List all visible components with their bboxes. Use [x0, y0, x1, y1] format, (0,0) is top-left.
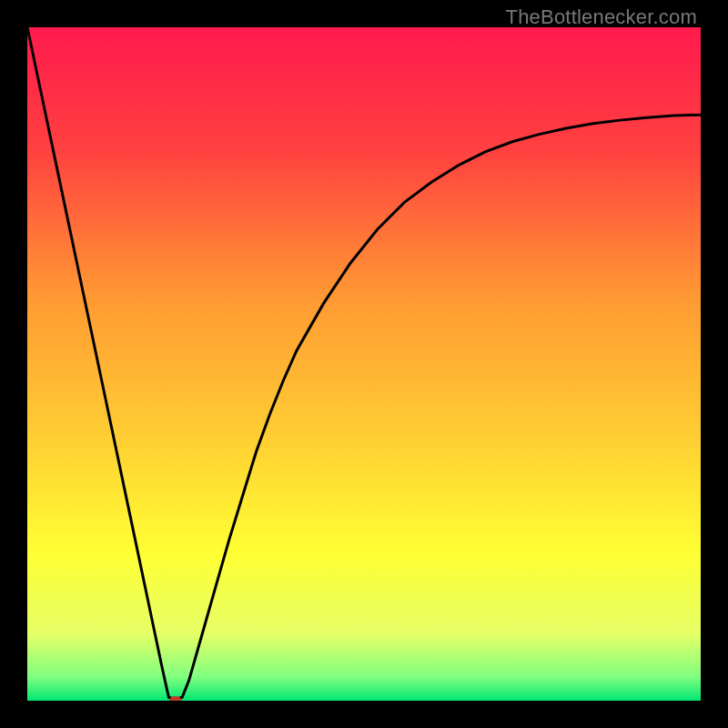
- watermark-text: TheBottlenecker.com: [506, 5, 697, 29]
- chart-frame: [27, 27, 701, 701]
- bottleneck-chart: [27, 27, 701, 701]
- chart-background: [27, 27, 701, 701]
